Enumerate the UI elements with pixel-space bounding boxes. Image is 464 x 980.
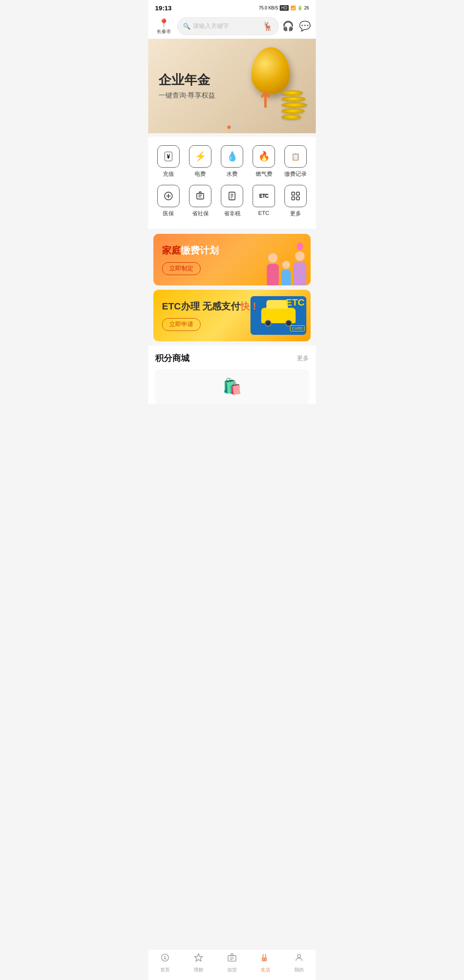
family-highlight: 家庭 xyxy=(162,245,181,256)
banner-dot-2[interactable] xyxy=(233,126,237,129)
grid-item-more[interactable]: 更多 xyxy=(282,185,309,217)
car-body xyxy=(261,308,296,323)
status-bar: 19:13 75.0 KB/S HD 📶 🔋 26 xyxy=(148,0,316,14)
banner-decoration: ↗ xyxy=(221,39,316,133)
etc-label: ETC xyxy=(258,210,269,216)
grid-item-payment-records[interactable]: 📋 缴费记录 xyxy=(282,145,309,178)
search-icon: 🔍 xyxy=(183,23,190,30)
water-icon: 💧 xyxy=(221,145,243,168)
grid-item-water[interactable]: 💧 水费 xyxy=(218,145,246,178)
family-plan-card[interactable]: 家庭缴费计划 立即制定 xyxy=(153,234,311,285)
etc-card-badge: CARD xyxy=(290,325,305,331)
banner-content: 企业年金 一键查询·尊享权益 xyxy=(148,62,226,110)
etc-card[interactable]: ETC办理 无感支付快！ 立即申请 ETC CARD xyxy=(153,290,311,341)
grid-item-medical[interactable]: 医保 xyxy=(155,185,182,217)
dad-figure xyxy=(293,242,306,285)
svg-rect-14 xyxy=(296,197,299,200)
banner-dot-1[interactable] xyxy=(227,126,231,129)
banner-dots xyxy=(227,126,237,129)
hero-banner[interactable]: 企业年金 一键查询·尊享权益 ↗ xyxy=(148,39,316,133)
status-icons: 75.0 KB/S HD 📶 🔋 26 xyxy=(259,5,309,11)
car-wheel-left xyxy=(265,320,272,327)
battery-icon: 🔋 xyxy=(297,6,302,10)
signal-4g: 📶 xyxy=(290,6,296,10)
points-mall-section: 积分商城 更多 🛍️ xyxy=(148,346,316,404)
gas-label: 燃气费 xyxy=(256,170,272,178)
location-label: 长春市 xyxy=(157,28,171,35)
etc-icon: ETC xyxy=(253,185,275,207)
content-area: 企业年金 一键查询·尊享权益 ↗ ¥ 充 xyxy=(148,39,316,438)
battery-level: 26 xyxy=(304,6,309,10)
svg-point-6 xyxy=(199,192,201,193)
car-visual xyxy=(261,308,296,323)
more-label: 更多 xyxy=(290,210,301,217)
social-security-label: 省社保 xyxy=(192,210,209,217)
points-preview-icon: 🛍️ xyxy=(223,377,242,395)
banner-subtitle: 一键查询·尊享权益 xyxy=(159,91,215,100)
headset-icon[interactable]: 🎧 xyxy=(282,21,294,32)
etc-card-label: ETC xyxy=(286,298,305,307)
recharge-label: 充值 xyxy=(163,170,174,178)
balloon-icon xyxy=(297,242,303,250)
status-time: 19:13 xyxy=(155,4,171,12)
svg-rect-11 xyxy=(292,192,295,195)
svg-text:税: 税 xyxy=(230,196,232,199)
quick-access-grid: ¥ 充值 ⚡ 电费 💧 水费 🔥 燃气费 📋 缴费记录 xyxy=(148,137,316,229)
medical-icon xyxy=(157,185,180,207)
electricity-icon: ⚡ xyxy=(189,145,211,168)
promo-cards-section: 家庭缴费计划 立即制定 xyxy=(148,234,316,341)
search-placeholder-text: 请输入关键字 xyxy=(193,22,260,30)
location-icon: 📍 xyxy=(159,18,169,28)
header-action-icons: 🎧 💬 xyxy=(282,21,311,32)
gas-icon: 🔥 xyxy=(253,145,275,168)
etc-apply-button[interactable]: 立即申请 xyxy=(162,318,201,331)
social-security-icon xyxy=(189,185,211,207)
points-preview-area: 🛍️ xyxy=(155,369,309,404)
grid-item-etc[interactable]: ETC ETC xyxy=(250,185,278,217)
etc-card-title: ETC办理 无感支付快！ xyxy=(162,300,259,313)
more-apps-icon xyxy=(284,185,307,207)
etc-highlight: 快！ xyxy=(240,301,259,312)
recharge-icon: ¥ xyxy=(157,145,180,168)
deer-mascot-icon: 🦌 xyxy=(263,21,273,31)
family-card-title: 家庭缴费计划 xyxy=(162,244,219,257)
grid-item-recharge[interactable]: ¥ 充值 xyxy=(155,145,182,178)
electricity-label: 电费 xyxy=(195,170,206,178)
non-tax-label: 省非税 xyxy=(224,210,241,217)
app-header: 📍 长春市 🔍 请输入关键字 🦌 🎧 💬 xyxy=(148,14,316,39)
points-more-link[interactable]: 更多 xyxy=(297,355,309,362)
mom-figure xyxy=(267,253,279,285)
svg-rect-12 xyxy=(296,192,299,195)
child-figure xyxy=(281,260,291,285)
hd-badge: HD xyxy=(280,5,288,11)
family-illustration xyxy=(267,242,306,285)
svg-rect-3 xyxy=(197,193,204,199)
family-card-text: 家庭缴费计划 立即制定 xyxy=(162,244,219,275)
gold-egg-icon xyxy=(251,47,290,95)
grid-item-electricity[interactable]: ⚡ 电费 xyxy=(186,145,214,178)
svg-rect-13 xyxy=(292,197,295,200)
water-label: 水费 xyxy=(226,170,238,178)
chat-icon[interactable]: 💬 xyxy=(299,21,311,32)
medical-label: 医保 xyxy=(163,210,174,217)
search-bar[interactable]: 🔍 请输入关键字 🦌 xyxy=(177,17,279,35)
banner-title: 企业年金 xyxy=(159,72,215,88)
points-section-title: 积分商城 xyxy=(155,352,189,364)
grid-row-2: 医保 省社保 xyxy=(148,185,316,217)
payment-records-label: 缴费记录 xyxy=(284,170,307,178)
location-button[interactable]: 📍 长春市 xyxy=(153,18,174,35)
payment-records-icon: 📋 xyxy=(284,145,307,168)
non-tax-icon: 税 xyxy=(221,185,243,207)
grid-item-gas[interactable]: 🔥 燃气费 xyxy=(250,145,278,178)
points-section-header: 积分商城 更多 xyxy=(155,352,309,364)
network-speed: 75.0 KB/S xyxy=(259,6,278,10)
etc-card-text: ETC办理 无感支付快！ 立即申请 xyxy=(162,300,259,331)
coin-stack-icon xyxy=(281,90,307,120)
car-top xyxy=(266,300,288,309)
grid-item-social-security[interactable]: 省社保 xyxy=(186,185,214,217)
grid-item-non-tax[interactable]: 税 省非税 xyxy=(218,185,246,217)
grid-row-1: ¥ 充值 ⚡ 电费 💧 水费 🔥 燃气费 📋 缴费记录 xyxy=(148,145,316,178)
family-plan-button[interactable]: 立即制定 xyxy=(162,262,201,275)
